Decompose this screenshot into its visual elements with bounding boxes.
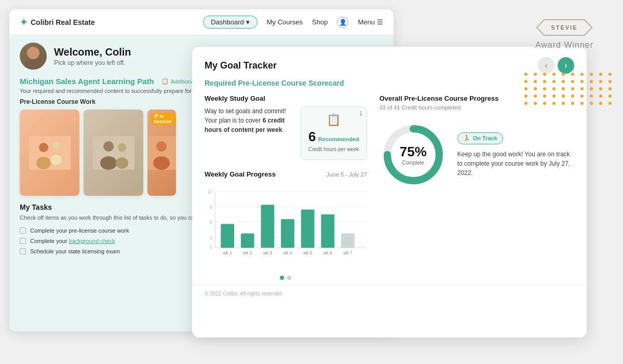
- dots-decoration: [524, 73, 614, 105]
- background-check-link[interactable]: background check: [69, 238, 115, 244]
- svg-point-7: [50, 155, 62, 165]
- left-column: Weekly Study Goal Way to set goals and c…: [205, 95, 367, 280]
- weekly-progress-section: Weekly Goal Progress June 5 - July 27 12…: [205, 170, 367, 266]
- weekly-goal-box: ℹ 📋 6 Recommended Credit hours per week: [301, 106, 367, 160]
- nav-menu[interactable]: Menu ☰: [358, 18, 383, 26]
- avatar: [20, 43, 47, 70]
- svg-rect-40: [301, 210, 315, 248]
- weekly-progress-title: Weekly Goal Progress: [205, 170, 276, 178]
- chevron-down-icon: ▾: [246, 18, 250, 26]
- svg-rect-44: [341, 234, 355, 248]
- award-winner-text: Award Winner: [523, 41, 605, 50]
- task-checkbox-1[interactable]: [20, 227, 26, 234]
- next-arrow-button[interactable]: ›: [558, 57, 574, 74]
- svg-text:wk 3: wk 3: [263, 251, 272, 255]
- svg-point-15: [153, 156, 170, 170]
- chart-area: 12 9 6 3 0: [205, 183, 367, 266]
- donut-container: 75% Complete 🏃 On Track Keep up the good…: [380, 121, 574, 188]
- svg-text:6: 6: [210, 220, 212, 225]
- weekly-study-section: Weekly Study Goal Way to set goals and c…: [205, 95, 367, 160]
- svg-text:wk 6: wk 6: [323, 251, 332, 255]
- nav-my-courses[interactable]: My Courses: [267, 18, 303, 26]
- svg-text:wk 2: wk 2: [242, 251, 252, 255]
- credit-hours-label: Credit hours per week: [308, 146, 359, 153]
- svg-text:wk 5: wk 5: [303, 251, 312, 255]
- task-text-1: Complete your pre-license course work: [30, 227, 129, 234]
- info-icon: ℹ: [360, 110, 362, 117]
- svg-rect-36: [261, 205, 275, 248]
- on-track-badge: 🏃 On Track: [457, 132, 503, 144]
- welcome-subtitle: Pick up where you left off.: [54, 59, 131, 66]
- main-nav: ✦ Colibri Real Estate Dashboard ▾ My Cou…: [9, 9, 394, 35]
- overall-progress-sub: 33 of 41 Credit hours completed: [380, 104, 574, 111]
- svg-text:12: 12: [208, 190, 213, 194]
- svg-text:wk 4: wk 4: [283, 251, 292, 255]
- task-checkbox-2[interactable]: [20, 238, 26, 244]
- weekly-study-text: Way to set goals and commit! Your plan i…: [205, 106, 293, 134]
- svg-text:wk 7: wk 7: [343, 251, 352, 255]
- svg-point-12: [116, 157, 128, 169]
- svg-rect-38: [281, 219, 294, 248]
- donut-chart: 75% Complete: [380, 121, 447, 188]
- svg-rect-42: [321, 214, 334, 248]
- bar-chart: 12 9 6 3 0: [205, 183, 367, 266]
- course-image-3: ⏱ In Session: [147, 110, 176, 196]
- svg-text:3: 3: [210, 236, 212, 240]
- weekly-study-title: Weekly Study Goal: [205, 95, 367, 102]
- svg-point-9: [103, 141, 114, 152]
- on-track-text: Keep up the good work! You are on track …: [457, 150, 574, 178]
- task-checkbox-3[interactable]: [20, 248, 26, 254]
- nav-dashboard-button[interactable]: Dashboard ▾: [203, 16, 258, 29]
- svg-rect-32: [221, 224, 234, 248]
- prev-arrow-button[interactable]: ‹: [538, 57, 554, 74]
- weekly-progress-header: Weekly Goal Progress June 5 - July 27: [205, 170, 367, 178]
- welcome-text: Welcome, Colin Pick up where you left of…: [54, 46, 131, 66]
- donut-percent: 75%: [400, 144, 427, 160]
- welcome-greeting: Welcome, Colin: [54, 46, 131, 58]
- nav-links: Dashboard ▾ My Courses Shop 👤 Menu ☰: [203, 16, 383, 29]
- svg-text:wk 1: wk 1: [223, 251, 232, 255]
- award-card: STEVIE Award Winner: [515, 9, 614, 58]
- donut-text: 75% Complete: [400, 144, 427, 166]
- svg-rect-34: [241, 234, 254, 248]
- course-card-1[interactable]: Introductory Course 30 Minutes Complete …: [20, 110, 79, 196]
- weekly-progress-dates: June 5 - July 27: [327, 171, 367, 178]
- goal-number: 6 Recommended: [308, 129, 359, 145]
- nav-shop[interactable]: Shop: [312, 18, 328, 26]
- svg-point-2: [28, 48, 38, 58]
- document-icon: 📋: [308, 113, 359, 127]
- svg-text:9: 9: [210, 205, 212, 210]
- course-card-2[interactable]: Michigan Real Estate Course 41 Hours ⭐ 4…: [84, 110, 143, 196]
- course-card-3[interactable]: ⏱ In Session Ins Off: [147, 110, 176, 196]
- svg-point-4: [39, 143, 48, 152]
- in-session-badge: ⏱ In Session: [151, 113, 176, 125]
- runner-icon: 🏃: [463, 135, 470, 142]
- svg-point-10: [100, 156, 117, 170]
- donut-complete-label: Complete: [400, 160, 427, 166]
- logo-text: Colibri Real Estate: [31, 18, 95, 26]
- dot-1[interactable]: [280, 276, 284, 280]
- pagination-dots: [205, 276, 367, 280]
- svg-point-14: [156, 141, 167, 152]
- weekly-study-body: Way to set goals and commit! Your plan i…: [205, 106, 367, 160]
- tasks-title: My Tasks: [20, 203, 52, 211]
- logo-icon: ✦: [20, 17, 28, 28]
- award-logo: STEVIE: [523, 18, 605, 37]
- right-column: Overall Pre-License Course Progress 33 o…: [380, 95, 574, 280]
- dot-2[interactable]: [287, 276, 291, 280]
- svg-point-6: [52, 142, 60, 149]
- course-image-2: [84, 110, 143, 196]
- goal-content: Weekly Study Goal Way to set goals and c…: [192, 95, 587, 280]
- menu-icon: ☰: [377, 18, 383, 26]
- svg-text:STEVIE: STEVIE: [551, 24, 577, 31]
- learning-path-title: Michigan Sales Agent Learning Path: [20, 77, 154, 86]
- user-icon[interactable]: 👤: [337, 17, 348, 28]
- task-text-2: Complete your background check: [30, 238, 115, 244]
- course-image-1: [20, 110, 79, 196]
- goal-tracker-title: My Goal Tracker: [205, 60, 277, 71]
- progress-status: 🏃 On Track Keep up the good work! You ar…: [457, 132, 574, 178]
- footer: © 2022 Colibri. All rights reserved.: [192, 284, 587, 303]
- task-text-3: Schedule your state licensing exam: [30, 248, 120, 254]
- svg-point-11: [118, 143, 126, 152]
- svg-point-1: [24, 59, 43, 70]
